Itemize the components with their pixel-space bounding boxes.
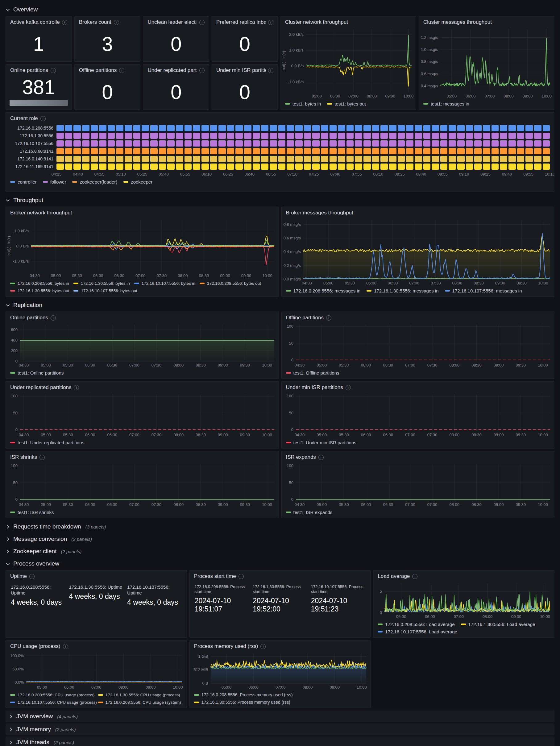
info-icon[interactable] bbox=[412, 574, 417, 579]
legend-item[interactable]: 172.16.0.208:5556: messages in bbox=[286, 288, 361, 294]
state-cell bbox=[133, 156, 141, 162]
legend-item[interactable]: 172.16.1.30:5556: bytes in bbox=[74, 280, 130, 287]
info-icon[interactable] bbox=[119, 68, 124, 73]
legend-item[interactable]: 172.16.1.30:5556: messages in bbox=[367, 288, 439, 294]
panel-header[interactable]: Under min ISR partitions bbox=[282, 382, 555, 392]
legend-item[interactable]: zookeeper bbox=[123, 179, 152, 185]
panel-header[interactable]: Online partitions bbox=[6, 64, 72, 75]
panel-header[interactable]: ISR shrinks bbox=[6, 451, 279, 462]
info-icon[interactable] bbox=[51, 315, 56, 320]
section-zookeeper-client[interactable]: Zookeeper client (2 panels) bbox=[5, 545, 555, 557]
info-icon[interactable] bbox=[345, 385, 351, 390]
section-requests-time-breakdown[interactable]: Requests time breakdown (3 panels) bbox=[5, 521, 555, 533]
state-cell bbox=[449, 156, 456, 162]
panel-header[interactable]: Current role bbox=[6, 113, 554, 123]
panel-header[interactable]: Active kafka controller bbox=[6, 16, 72, 27]
legend-item[interactable]: 172.16.0.208:5556: bytes out bbox=[200, 280, 261, 287]
info-icon[interactable] bbox=[199, 20, 204, 25]
svg-text:0.8 msg/s: 0.8 msg/s bbox=[421, 59, 439, 64]
info-icon[interactable] bbox=[74, 385, 79, 390]
legend-color-icon bbox=[43, 181, 48, 183]
legend-item[interactable]: zookeeper(leader) bbox=[72, 179, 117, 185]
legend-item[interactable]: controller bbox=[10, 179, 37, 185]
panel-header[interactable]: Offline partitions bbox=[75, 64, 140, 75]
section-jvm-overview[interactable]: JVM overview (4 panels) bbox=[5, 711, 555, 722]
legend-item[interactable]: 172.16.1.30:5556: bytes out bbox=[10, 288, 69, 294]
legend-item[interactable]: 172.16.0.208:5556: bytes in bbox=[10, 280, 69, 287]
timeline-track[interactable] bbox=[56, 156, 550, 162]
section-message-conversion[interactable]: Message conversion (2 panels) bbox=[5, 533, 555, 545]
legend-item[interactable]: 172.16.10.107:5556: messages in bbox=[445, 288, 522, 294]
legend-item[interactable]: test1: Online partitions bbox=[10, 370, 63, 376]
info-icon[interactable] bbox=[326, 315, 331, 320]
info-icon[interactable] bbox=[39, 455, 45, 460]
section-jvm-threads[interactable]: JVM threads (2 panels) bbox=[5, 737, 555, 746]
chart-legend: 172.16.0.208:5556: CPU usage (process)17… bbox=[6, 691, 187, 708]
timeline-track[interactable] bbox=[56, 133, 550, 139]
info-icon[interactable] bbox=[51, 68, 56, 73]
info-icon[interactable] bbox=[29, 574, 34, 579]
legend-item[interactable]: follower bbox=[43, 179, 66, 185]
panel-header[interactable]: Process memory used (rss) bbox=[190, 640, 370, 651]
legend-item[interactable]: test1: bytes out bbox=[327, 101, 366, 107]
panel-header[interactable]: Process start time bbox=[190, 570, 370, 581]
panel-header[interactable]: Preferred replica inbal bbox=[212, 16, 278, 27]
info-icon[interactable] bbox=[318, 455, 324, 460]
legend-item[interactable]: 172.16.1.30:5556: CPU usage (process) bbox=[98, 692, 183, 698]
section-jvm-memory[interactable]: JVM memory (2 panels) bbox=[5, 723, 555, 735]
info-icon[interactable] bbox=[114, 20, 119, 25]
panel-header[interactable]: Load average bbox=[373, 570, 554, 581]
state-cell bbox=[492, 148, 499, 154]
info-icon[interactable] bbox=[63, 644, 68, 649]
legend-item[interactable]: 172.16.0.208:5556: CPU usage (process) bbox=[10, 692, 95, 698]
panel-header[interactable]: Cluster network throughput bbox=[281, 16, 416, 27]
legend-item[interactable]: test1: ISR expands bbox=[286, 509, 333, 516]
legend-item[interactable]: 172.16.10.107:5556: bytes in bbox=[134, 280, 195, 287]
section-process-overview[interactable]: Process overview bbox=[5, 558, 555, 570]
panel-header[interactable]: Unclean leader electio bbox=[143, 16, 209, 27]
info-icon[interactable] bbox=[199, 68, 204, 73]
legend-item[interactable]: test1: messages in bbox=[423, 101, 469, 107]
timeline-track[interactable] bbox=[56, 148, 550, 154]
legend-item[interactable]: 172.16.10.107:5556: Process memory used … bbox=[194, 707, 367, 708]
legend-item[interactable]: test1: ISR shrinks bbox=[10, 509, 54, 516]
legend-item[interactable]: test1: Under min ISR partitions bbox=[286, 439, 356, 446]
panel-header[interactable]: Broker network throughput bbox=[6, 207, 279, 217]
legend-item[interactable]: 172.16.0.208:5556: CPU usage (system) bbox=[98, 699, 183, 706]
info-icon[interactable] bbox=[268, 20, 273, 25]
section-replication[interactable]: Replication bbox=[5, 299, 555, 311]
panel-header[interactable]: ISR expands bbox=[282, 451, 555, 462]
section-overview[interactable]: Overview bbox=[5, 4, 555, 16]
info-icon[interactable] bbox=[239, 574, 244, 579]
panel-header[interactable]: Under min ISR partitio bbox=[212, 64, 278, 75]
legend-item[interactable]: test1: Offline partitions bbox=[286, 370, 339, 376]
panel-header[interactable]: Under replicated partitions bbox=[6, 382, 279, 392]
legend-item[interactable]: 172.16.1.30:5556: Load average bbox=[461, 621, 535, 628]
section-throughput[interactable]: Throughput bbox=[5, 194, 555, 206]
legend-item[interactable]: 172.16.10.107:5556: bytes out bbox=[74, 288, 137, 294]
legend-item[interactable]: test1: Under replicated partitions bbox=[10, 439, 84, 446]
panel-header[interactable]: CPU usage (process) bbox=[6, 640, 187, 651]
legend-item[interactable]: 172.16.1.30:5556: CPU usage (system) bbox=[10, 707, 95, 708]
legend-item[interactable]: 172.16.10.107:5556: Load average bbox=[377, 628, 457, 635]
panel-header[interactable]: Brokers count bbox=[75, 16, 140, 27]
info-icon[interactable] bbox=[268, 68, 273, 73]
legend-item[interactable]: 172.16.0.208:5556: Load average bbox=[377, 621, 454, 628]
info-icon[interactable] bbox=[260, 644, 265, 649]
panel-header[interactable]: Online partitions bbox=[6, 312, 279, 322]
timeline-track[interactable] bbox=[56, 125, 550, 131]
panel-header[interactable]: Broker messages throughput bbox=[282, 207, 555, 217]
panel-header[interactable]: Cluster messages throughput bbox=[419, 16, 554, 27]
timeline-track[interactable] bbox=[56, 164, 550, 170]
info-icon[interactable] bbox=[40, 116, 46, 121]
panel-header[interactable]: Offline partitions bbox=[282, 312, 555, 322]
legend-item[interactable]: 172.16.0.208:5556: Process memory used (… bbox=[194, 692, 367, 698]
info-icon[interactable] bbox=[62, 20, 67, 25]
timeline-track[interactable] bbox=[56, 140, 550, 147]
legend-item[interactable]: 172.16.1.30:5556: Process memory used (r… bbox=[194, 699, 367, 706]
legend-item[interactable]: 172.16.10.107:5556: CPU usage (process) bbox=[10, 699, 95, 706]
panel-header[interactable]: Under replicated parti bbox=[143, 64, 209, 75]
panel-header[interactable]: Uptime bbox=[6, 570, 187, 581]
legend-item[interactable]: 172.16.10.107:5556: CPU usage (system) bbox=[98, 707, 183, 708]
legend-item[interactable]: test1: bytes in bbox=[285, 101, 321, 107]
